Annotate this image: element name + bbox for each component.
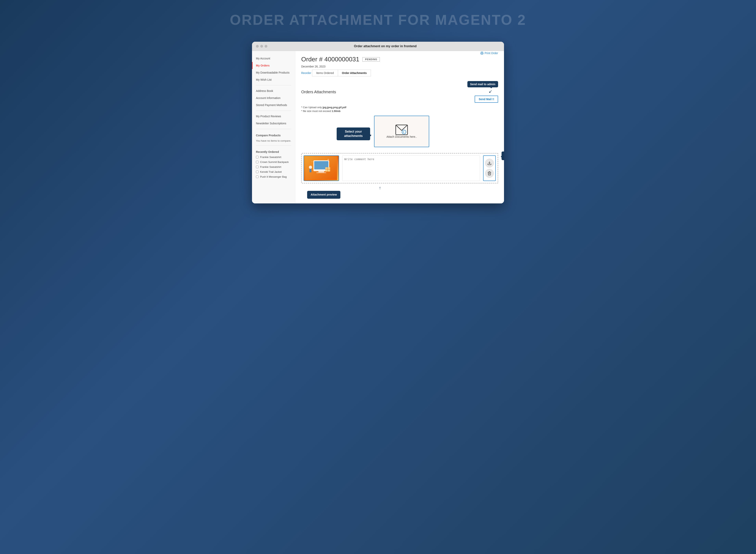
compare-section-title: Compare Products xyxy=(252,131,295,138)
print-order-link[interactable]: Print Order xyxy=(481,52,498,55)
svg-rect-10 xyxy=(309,169,311,172)
attachment-illustration: ✦ ✦ xyxy=(306,156,337,180)
sidebar-item-account-information[interactable]: Account Information xyxy=(252,95,295,102)
sidebar-item-my-downloadable-products[interactable]: My Downloadable Products xyxy=(252,69,295,76)
sidebar-divider-1 xyxy=(256,85,291,86)
compare-empty-text: You have no items to compare. xyxy=(252,138,295,144)
attachments-header: Orders Attachments Send mail to admin ↙ … xyxy=(301,81,498,103)
upload-dropzone[interactable]: + Attach Documents here.. xyxy=(374,116,429,147)
order-tabs: Items Ordered Order Attachments xyxy=(312,70,371,76)
browser-dots xyxy=(256,45,267,48)
svg-text:+: + xyxy=(403,130,404,133)
recently-ordered-label-1: Frankie Sweatshirt xyxy=(260,156,281,159)
send-mail-tooltip: Send mail to admin xyxy=(467,81,498,87)
sidebar-item-product-reviews[interactable]: My Product Reviews xyxy=(252,113,295,120)
print-order-label: Print Order xyxy=(485,52,498,55)
attachment-actions xyxy=(483,155,496,181)
upload-info-size: * file size must not exceed 1.50mb xyxy=(301,110,498,113)
recently-ordered-item-1: Frankie Sweatshirt xyxy=(252,155,295,160)
content-area: My Account My Orders My Downloadable Pro… xyxy=(252,51,504,204)
sidebar-item-my-wish-list[interactable]: My Wish List xyxy=(252,76,295,83)
attachment-preview-tooltip: Attachment preview xyxy=(307,191,340,199)
delete-attachment-button[interactable] xyxy=(485,169,494,178)
tab-items-ordered[interactable]: Items Ordered xyxy=(312,70,338,76)
recently-ordered-checkbox-3[interactable] xyxy=(256,166,258,168)
browser-window: Order attachment on my order in frontend… xyxy=(252,42,504,204)
download-attachment-button[interactable] xyxy=(485,159,494,167)
printer-icon xyxy=(481,52,484,55)
order-date: December 26, 2023 xyxy=(301,65,498,68)
recently-ordered-checkbox-5[interactable] xyxy=(256,175,258,178)
order-header: Order # 4000000031 PENDING Print Order xyxy=(301,56,498,63)
recently-ordered-label-3: Frankie Sweatshirt xyxy=(260,165,281,168)
sidebar-item-my-orders[interactable]: My Orders xyxy=(252,62,295,69)
browser-dot-1 xyxy=(256,45,259,48)
browser-window-title: Order attachment on my order in frontend xyxy=(270,45,500,48)
recently-ordered-item-2: Crown Summit Backpack xyxy=(252,160,295,164)
recently-ordered-label-4: Kenobi Trail Jacket xyxy=(260,170,282,173)
recently-ordered-checkbox-2[interactable] xyxy=(256,161,258,163)
send-mail-button[interactable]: Send Mail !! xyxy=(475,96,498,103)
upload-info-formats: * Can Upload only jpg,jpeg,png,gif,pdf xyxy=(301,106,498,109)
recently-ordered-checkbox-4[interactable] xyxy=(256,171,258,173)
svg-rect-8 xyxy=(316,172,326,173)
recently-ordered-label-5: Push It Messenger Bag xyxy=(260,175,287,178)
attachment-comment-field[interactable] xyxy=(342,155,480,181)
svg-rect-7 xyxy=(318,171,324,172)
tab-order-attachments[interactable]: Order Attachments xyxy=(338,70,371,76)
recently-ordered-item-4: Kenobi Trail Jacket xyxy=(252,169,295,174)
browser-dot-3 xyxy=(265,45,267,48)
recently-ordered-label-2: Crown Summit Backpack xyxy=(260,161,289,164)
browser-dot-2 xyxy=(260,45,263,48)
svg-text:✦: ✦ xyxy=(327,158,329,161)
reorder-link[interactable]: Reorder xyxy=(301,71,311,74)
main-panel: Order # 4000000031 PENDING Print Order D… xyxy=(295,51,504,204)
order-title: Order # 4000000031 xyxy=(301,56,359,63)
send-mail-area: Send mail to admin ↙ Send Mail !! xyxy=(467,81,498,103)
sidebar-item-my-account[interactable]: My Account xyxy=(252,55,295,62)
sidebar-item-address-book[interactable]: Address Book xyxy=(252,87,295,95)
attachment-preview-inner: ✦ ✦ xyxy=(304,156,339,181)
recently-ordered-title: Recently Ordered xyxy=(252,148,295,155)
trash-icon xyxy=(487,171,492,175)
sidebar: My Account My Orders My Downloadable Pro… xyxy=(252,51,295,204)
browser-toolbar: Order attachment on my order in frontend xyxy=(252,42,504,51)
svg-rect-0 xyxy=(481,53,483,54)
sidebar-divider-3 xyxy=(256,129,291,129)
attachment-preview-image: ✦ ✦ xyxy=(304,155,339,181)
recently-ordered-item-3: Frankie Sweatshirt xyxy=(252,164,295,169)
svg-point-9 xyxy=(309,166,312,169)
envelope-icon: + xyxy=(395,124,408,135)
upload-label: Attach Documents here.. xyxy=(387,135,417,138)
attachment-row: ✦ ✦ xyxy=(301,153,498,183)
recently-ordered-checkbox-1[interactable] xyxy=(256,156,258,158)
sidebar-item-stored-payment[interactable]: Stored Payment Methods xyxy=(252,102,295,109)
status-badge: PENDING xyxy=(362,57,380,62)
download-icon xyxy=(487,161,492,165)
sidebar-item-newsletter[interactable]: Newsletter Subscriptions xyxy=(252,120,295,127)
attachment-section: Select your attachments ↘ + Att xyxy=(301,116,498,147)
attachments-section-title: Orders Attachments xyxy=(301,90,336,94)
recently-ordered-item-5: Push It Messenger Bag xyxy=(252,174,295,179)
download-delete-tooltip: Download attachment and Delete Attachmen… xyxy=(502,152,504,160)
select-attachments-tooltip: Select your attachments xyxy=(337,127,370,140)
hero-title: ORDER ATTACHMENT FOR MAGENTO 2 xyxy=(6,8,750,32)
svg-text:✦: ✦ xyxy=(311,161,313,163)
